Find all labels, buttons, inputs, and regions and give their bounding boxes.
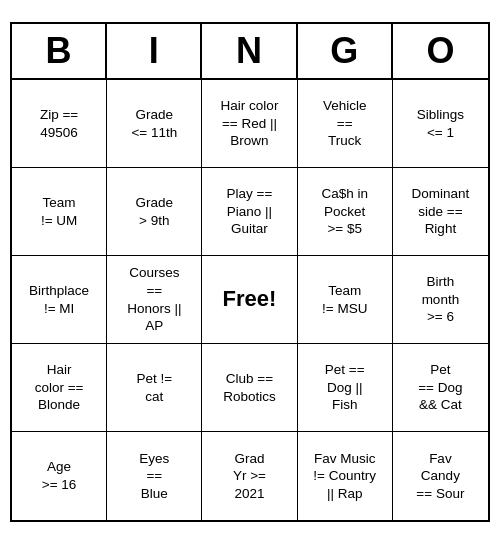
bingo-cell: Ca$h inPocket>= $5 <box>298 168 393 256</box>
bingo-cell: Birthplace!= MI <box>12 256 107 344</box>
bingo-cell: Vehicle==Truck <box>298 80 393 168</box>
bingo-cell: Fav Music!= Country|| Rap <box>298 432 393 520</box>
bingo-cell: Eyes==Blue <box>107 432 202 520</box>
bingo-cell: Pet !=cat <box>107 344 202 432</box>
bingo-cell: Pet ==Dog ||Fish <box>298 344 393 432</box>
header-letter: I <box>107 24 202 78</box>
bingo-cell: Grade> 9th <box>107 168 202 256</box>
bingo-cell: Grade<= 11th <box>107 80 202 168</box>
bingo-cell: Team!= UM <box>12 168 107 256</box>
bingo-cell: Age>= 16 <box>12 432 107 520</box>
header-letter: B <box>12 24 107 78</box>
bingo-cell: Courses==Honors ||AP <box>107 256 202 344</box>
free-space: Free! <box>202 256 297 344</box>
bingo-cell: Play ==Piano ||Guitar <box>202 168 297 256</box>
header-letter: G <box>298 24 393 78</box>
bingo-grid: Zip ==49506Grade<= 11thHair color== Red … <box>12 80 488 520</box>
bingo-cell: Zip ==49506 <box>12 80 107 168</box>
header-letter: O <box>393 24 488 78</box>
bingo-card: BINGO Zip ==49506Grade<= 11thHair color=… <box>10 22 490 522</box>
bingo-cell: Hair color== Red ||Brown <box>202 80 297 168</box>
bingo-cell: Team!= MSU <box>298 256 393 344</box>
bingo-cell: Dominantside ==Right <box>393 168 488 256</box>
bingo-cell: Haircolor ==Blonde <box>12 344 107 432</box>
bingo-cell: Birthmonth>= 6 <box>393 256 488 344</box>
bingo-cell: Club ==Robotics <box>202 344 297 432</box>
bingo-header: BINGO <box>12 24 488 80</box>
bingo-cell: FavCandy== Sour <box>393 432 488 520</box>
bingo-cell: Siblings<= 1 <box>393 80 488 168</box>
header-letter: N <box>202 24 297 78</box>
bingo-cell: Pet== Dog&& Cat <box>393 344 488 432</box>
bingo-cell: GradYr >=2021 <box>202 432 297 520</box>
